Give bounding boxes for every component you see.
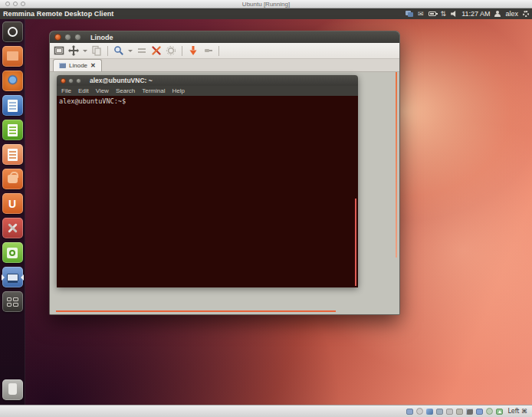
battery-indicator-icon[interactable] (429, 11, 436, 16)
virtualbox-vm-window: Ubuntu [Running] Remmina Remote Desktop … (0, 0, 532, 417)
harddisk-icon[interactable] (406, 409, 413, 415)
virtualbox-statusbar: Left ⌘ (0, 405, 532, 417)
launcher-item-workspace-switcher[interactable] (2, 291, 23, 312)
remmina-monitor-icon (2, 267, 23, 287)
user-icon (494, 11, 501, 17)
launcher-item-system-settings[interactable] (2, 218, 23, 238)
launcher-item-libreoffice-impress[interactable] (2, 144, 23, 165)
calc-spreadsheet-icon (2, 120, 23, 140)
vnc-viewport[interactable]: alex@ubuntuVNC: ~ File Edit View Search … (50, 72, 399, 314)
remmina-tabbar: Linode ✕ (50, 59, 399, 72)
vm-titlebar[interactable]: Ubuntu [Running] (0, 0, 532, 8)
terminal-output[interactable]: alex@ubuntuVNC:~$ (57, 96, 358, 287)
terminal-maximize-button[interactable] (76, 78, 81, 84)
workspace-grid-icon (2, 291, 23, 312)
active-app-title: Remmina Remote Desktop Client (0, 10, 113, 18)
duplicate-icon[interactable] (91, 45, 102, 56)
zoom-dropdown-caret[interactable] (128, 50, 133, 52)
clock-indicator[interactable]: 11:27 AM (461, 10, 490, 18)
trash-icon (2, 379, 23, 400)
tools-cross-icon (2, 218, 23, 238)
terminal-titlebar[interactable]: alex@ubuntuVNC: ~ (57, 75, 358, 86)
ubuntu-one-icon: U (2, 193, 23, 214)
host-key-label: Left ⌘ (507, 408, 527, 415)
remmina-titlebar[interactable]: Linode (50, 31, 399, 43)
window-maximize-button[interactable] (74, 34, 81, 41)
upgrade-icon[interactable] (496, 409, 503, 415)
wallpaper-artifact-vertical (396, 72, 397, 258)
terminal-close-button[interactable] (61, 78, 66, 84)
indicator-area: ✉ ⇅ 11:27 AM alex (406, 10, 532, 18)
tab-label: Linode (69, 62, 87, 69)
impress-presentation-icon (2, 144, 23, 165)
menu-edit[interactable]: Edit (78, 87, 89, 94)
window-minimize-button[interactable] (64, 34, 71, 41)
launcher-item-software-center[interactable] (2, 169, 23, 189)
launcher-item-home-folder[interactable] (2, 46, 23, 67)
ubuntu-top-panel: Remmina Remote Desktop Client ✉ ⇅ 11:27 … (0, 8, 532, 19)
video-capture-icon[interactable] (476, 409, 483, 415)
tab-close-button[interactable]: ✕ (90, 62, 96, 69)
launcher-item-remmina[interactable] (2, 267, 23, 287)
toolbar-separator (107, 46, 108, 56)
toolbar-end-separator (218, 46, 219, 56)
ubuntu-dash-icon (2, 21, 23, 42)
menu-file[interactable]: File (61, 87, 71, 94)
running-app-arrow-left (2, 274, 5, 281)
terminal-window: alex@ubuntuVNC: ~ File Edit View Search … (57, 75, 358, 287)
usb-icon[interactable] (446, 409, 453, 415)
menu-terminal[interactable]: Terminal (142, 87, 165, 94)
menu-search[interactable]: Search (116, 87, 135, 94)
launcher-item-ubuntu-one[interactable]: U (2, 193, 23, 214)
terminal-window-title: alex@ubuntuVNC: ~ (90, 77, 153, 84)
session-gear-icon[interactable] (523, 11, 529, 17)
unity-launcher: U (0, 19, 25, 405)
launcher-item-libreoffice-writer[interactable] (2, 95, 23, 116)
pin-icon[interactable] (202, 45, 213, 56)
menu-view[interactable]: View (96, 87, 109, 94)
remmina-window-title: Linode (90, 34, 113, 41)
wallpaper-artifact-horizontal (56, 310, 336, 312)
app-indicator-icon[interactable] (406, 11, 413, 17)
tab-linode[interactable]: Linode ✕ (53, 59, 102, 71)
scale-fit-icon[interactable] (68, 45, 79, 56)
sync-indicator-icon[interactable]: ⇅ (441, 10, 447, 18)
firefox-icon (2, 71, 23, 91)
focused-app-arrow-right (21, 274, 24, 281)
features-icon[interactable] (486, 408, 493, 415)
writer-document-icon (2, 95, 23, 116)
optical-drive-icon[interactable] (416, 408, 423, 415)
sound-indicator-icon[interactable] (451, 11, 457, 17)
launcher-item-firefox[interactable] (2, 71, 23, 91)
tools-icon[interactable] (151, 45, 162, 56)
user-menu[interactable]: alex (505, 10, 518, 18)
network-icon[interactable] (436, 409, 443, 415)
desktop-wallpaper[interactable]: U Linode (0, 19, 532, 405)
remmina-window: Linode Linode (49, 31, 400, 315)
updater-icon (2, 242, 23, 263)
launcher-item-trash[interactable] (2, 379, 23, 400)
terminal-minimize-button[interactable] (68, 78, 74, 84)
shared-folders-icon[interactable] (456, 409, 463, 415)
fullscreen-icon[interactable] (54, 45, 64, 56)
display-icon[interactable] (466, 409, 473, 415)
menu-help[interactable]: Help (172, 87, 184, 94)
remmina-toolbar (50, 43, 399, 59)
wallpaper-artifact-terminal-edge (355, 199, 356, 286)
launcher-item-dash[interactable] (2, 21, 23, 42)
scale-dropdown-caret[interactable] (83, 50, 87, 52)
mail-indicator-icon[interactable]: ✉ (418, 10, 424, 18)
pencil-icon[interactable] (426, 409, 433, 415)
toolbar-separator (182, 46, 182, 56)
disconnect-icon[interactable] (188, 45, 199, 56)
folder-icon (2, 46, 23, 67)
launcher-item-software-updater[interactable] (2, 242, 23, 263)
connection-screen-icon (59, 63, 66, 68)
settings-gear-icon[interactable] (166, 45, 176, 56)
launcher-item-libreoffice-calc[interactable] (2, 120, 23, 140)
zoom-icon[interactable] (113, 45, 124, 56)
shell-prompt: alex@ubuntuVNC:~$ (59, 97, 126, 105)
keyboard-grab-icon[interactable] (136, 45, 147, 56)
window-close-button[interactable] (54, 34, 61, 41)
terminal-menubar: File Edit View Search Terminal Help (57, 86, 358, 96)
